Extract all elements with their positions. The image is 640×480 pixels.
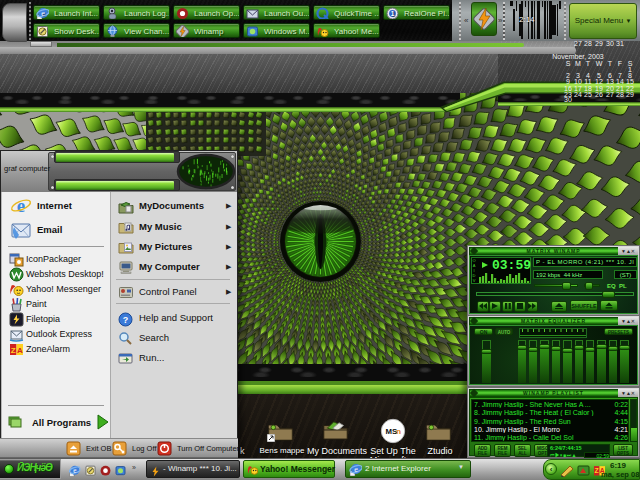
svg-text:e: e — [73, 467, 76, 475]
svg-text:e: e — [354, 465, 358, 474]
svg-text:n: n — [396, 427, 401, 436]
svg-text:MS: MS — [385, 427, 397, 436]
svg-text:?: ? — [123, 315, 129, 325]
svg-text:e: e — [41, 9, 45, 18]
svg-text:1: 1 — [391, 10, 395, 17]
svg-text:Z: Z — [11, 346, 16, 355]
svg-text:e: e — [17, 195, 25, 216]
svg-text:Z: Z — [595, 467, 599, 474]
svg-text:A: A — [17, 346, 23, 355]
